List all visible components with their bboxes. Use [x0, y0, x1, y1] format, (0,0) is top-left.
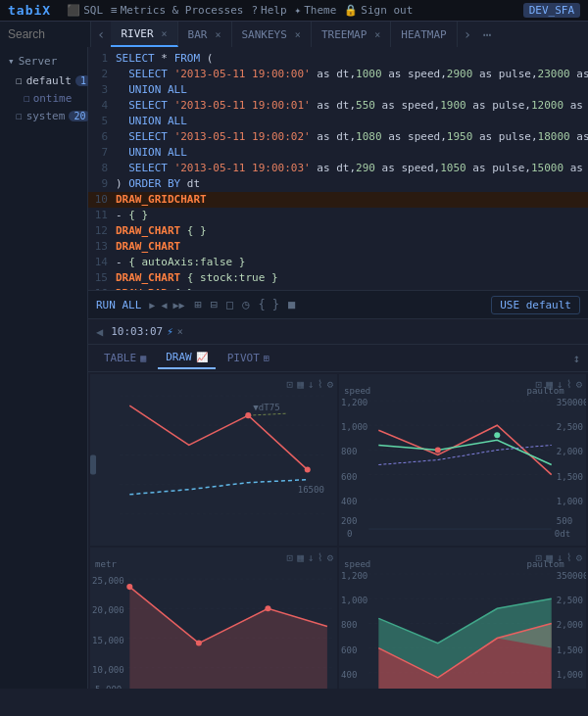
line-14: 14 - { autoAxis:false }	[88, 255, 588, 270]
nav-help[interactable]: ? Help	[251, 4, 286, 17]
svg-text:0: 0	[347, 529, 352, 539]
nav-signout[interactable]: 🔒 Sign out	[344, 4, 413, 17]
svg-text:1,000: 1,000	[341, 422, 368, 432]
app-logo: tabiX	[8, 3, 51, 18]
tab-sankeys-close[interactable]: ×	[295, 29, 301, 40]
tab-treemap[interactable]: TREEMAP ×	[312, 22, 391, 47]
svg-text:1,000: 1,000	[557, 497, 583, 506]
chart-copy-icon[interactable]: ⊡	[287, 378, 294, 391]
tab-bar[interactable]: BAR ×	[178, 22, 232, 47]
checkbox-icon: ☐	[16, 74, 23, 87]
chart-settings-icon[interactable]: ⚙	[326, 551, 333, 564]
chart-3-toolbar: ⊡ ▦ ↓ ⌇ ⚙	[287, 551, 334, 564]
line-13: 13 DRAW_CHART	[88, 239, 588, 255]
copy-icon[interactable]: ⊟	[209, 298, 220, 311]
line-11: 11 - { }	[88, 208, 588, 223]
nav-sql[interactable]: ⬛ SQL	[67, 4, 103, 17]
svg-text:350000: 350000	[557, 398, 586, 407]
line-12: 12 DRAW_CHART { }	[88, 223, 588, 239]
chart-4-svg: speed paultom 1,200 1,000 800 600 400 20…	[339, 548, 586, 689]
sidebar-item-default[interactable]: ☐ default 1	[0, 72, 87, 90]
use-default-dropdown[interactable]: USE default	[491, 296, 580, 314]
chart-settings-icon[interactable]: ⚙	[326, 378, 333, 391]
clock-icon[interactable]: ◷	[240, 298, 251, 311]
svg-text:speed: speed	[344, 559, 370, 569]
chart-2: ⊡ ▦ ↓ ⌇ ⚙ speed paultom 1,200 1,000 800	[339, 374, 586, 546]
svg-text:16500: 16500	[298, 485, 324, 495]
svg-text:1,500: 1,500	[557, 472, 583, 482]
grid-icon[interactable]: ⊞	[192, 298, 203, 311]
line-6: 6 SELECT '2013-05-11 19:00:02' as dt,108…	[88, 129, 588, 145]
tab-next-btn[interactable]: ›	[458, 22, 477, 47]
sidebar-sub-ontime[interactable]: ☐ ontime	[0, 90, 87, 107]
chart-table-icon[interactable]: ▦	[297, 378, 304, 391]
result-tab-draw[interactable]: DRAW 📈	[158, 347, 216, 369]
tab-bar-close[interactable]: ×	[215, 29, 220, 40]
content-area: 1 SELECT * FROM ( 2 SELECT '2013-05-11 1…	[88, 47, 588, 689]
sidebar-item-system[interactable]: ☐ system 20	[0, 107, 87, 125]
tab-prev-btn[interactable]: ‹	[91, 22, 111, 47]
line-2: 2 SELECT '2013-05-11 19:00:00' as dt,100…	[88, 67, 588, 82]
svg-text:10,000: 10,000	[92, 665, 124, 675]
main-layout: ▾ Server ☐ default 1 ☐ ontime ☐ system 2…	[0, 47, 588, 689]
svg-text:metr: metr	[95, 559, 117, 569]
result-collapse-icon[interactable]: ↕	[573, 352, 580, 365]
save-icon[interactable]: □	[224, 298, 235, 311]
chart-download-icon[interactable]: ↓	[557, 551, 564, 564]
stop-icon[interactable]: ■	[286, 298, 297, 311]
query-tabs: ◀ 10:03:07 ⚡ ×	[88, 319, 588, 345]
tab-river[interactable]: RIVER ×	[111, 22, 177, 47]
tab-heatmap[interactable]: HEATMAP	[391, 22, 457, 47]
checkbox-icon: ☐	[24, 92, 30, 105]
chart-settings-icon[interactable]: ⚙	[575, 378, 582, 391]
result-tab-pivot[interactable]: PIVOT ⊞	[220, 348, 277, 368]
svg-point-10	[305, 467, 311, 473]
chart-1: ⊡ ▦ ↓ ⌇ ⚙	[90, 374, 337, 546]
tab-river-close[interactable]: ×	[162, 28, 168, 39]
chart-copy-icon[interactable]: ⊡	[536, 378, 543, 391]
svg-point-34	[494, 432, 500, 438]
query-tab-1[interactable]: 10:03:07 ⚡ ×	[111, 325, 183, 338]
chart-area-icon[interactable]: ⌇	[318, 378, 322, 391]
chart-2-svg: speed paultom 1,200 1,000 800 600 400 20…	[339, 374, 586, 546]
nav-theme[interactable]: ✦ Theme	[295, 4, 337, 17]
query-tab-close[interactable]: ×	[177, 326, 183, 337]
draw-icon: 📈	[196, 352, 208, 362]
chart-area-icon[interactable]: ⌇	[318, 551, 322, 564]
pivot-icon: ⊞	[264, 353, 270, 363]
svg-text:800: 800	[341, 620, 357, 630]
svg-marker-48	[129, 587, 327, 689]
checkbox-icon: ☐	[16, 110, 23, 122]
line-10: 10 DRAW_GRIDCHART	[88, 192, 588, 208]
chart-table-icon[interactable]: ▦	[297, 551, 304, 564]
tab-treemap-close[interactable]: ×	[374, 29, 380, 40]
svg-point-33	[435, 447, 441, 453]
code-editor[interactable]: 1 SELECT * FROM ( 2 SELECT '2013-05-11 1…	[88, 47, 588, 290]
chart-copy-icon[interactable]: ⊡	[287, 551, 294, 564]
chart-table-icon[interactable]: ▦	[546, 551, 553, 564]
chart-copy-icon[interactable]: ⊡	[536, 551, 543, 564]
chart-download-icon[interactable]: ↓	[308, 551, 315, 564]
svg-text:1,000: 1,000	[557, 670, 583, 680]
chart-table-icon[interactable]: ▦	[546, 378, 553, 391]
svg-text:2,000: 2,000	[557, 620, 583, 630]
chart-area-icon[interactable]: ⌇	[566, 378, 571, 391]
run-all-button[interactable]: RUN ALL	[96, 299, 141, 311]
resize-icon[interactable]: ◀	[96, 325, 103, 339]
result-tab-table[interactable]: TABLE ▦	[96, 348, 154, 368]
svg-text:2,000: 2,000	[557, 447, 583, 456]
chart-download-icon[interactable]: ↓	[557, 378, 564, 391]
table-icon: ▦	[140, 353, 146, 363]
tab-more-btn[interactable]: ⋯	[477, 22, 497, 47]
svg-point-49	[126, 584, 132, 590]
chart-settings-icon[interactable]: ⚙	[575, 551, 582, 564]
braces-icon[interactable]: { }	[256, 298, 281, 311]
chart-area-icon[interactable]: ⌇	[566, 551, 571, 564]
chart-download-icon[interactable]: ↓	[308, 378, 315, 391]
svg-text:800: 800	[341, 447, 357, 456]
sidebar-server-header[interactable]: ▾ Server	[0, 51, 87, 72]
nav-metrics[interactable]: ≡ Metrics & Processes	[111, 4, 243, 17]
svg-text:400: 400	[341, 670, 357, 680]
tab-sankeys[interactable]: SANKEYS ×	[232, 22, 312, 47]
search-input[interactable]	[8, 27, 86, 41]
